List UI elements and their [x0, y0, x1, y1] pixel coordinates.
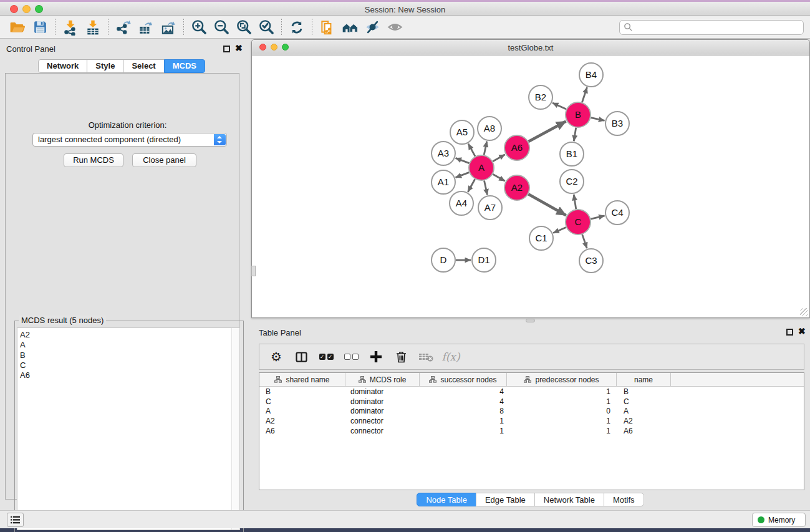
table-cell[interactable]: 0 — [507, 407, 617, 415]
float-panel-icon[interactable] — [223, 46, 230, 52]
graph-node-B[interactable]: B — [566, 102, 591, 127]
table-row[interactable]: A2connector11A2 — [259, 416, 804, 426]
settings-gear-icon[interactable]: ⚙ — [268, 349, 284, 365]
zoom-out-icon[interactable] — [210, 18, 233, 37]
mcds-result-item[interactable]: C — [20, 360, 239, 370]
table-cell[interactable]: A2 — [259, 417, 345, 425]
graph-node-B1[interactable]: B1 — [560, 142, 584, 166]
table-cell[interactable]: 4 — [420, 387, 507, 396]
table-cell[interactable]: B — [259, 387, 345, 396]
tab-node-table[interactable]: Node Table — [417, 493, 476, 506]
mcds-result-item[interactable]: A — [20, 340, 239, 350]
graph-node-A[interactable]: A — [469, 155, 494, 180]
tab-network-table[interactable]: Network Table — [534, 493, 604, 506]
graph-edge-C-C1[interactable] — [553, 228, 566, 233]
export-network-icon[interactable] — [112, 18, 135, 37]
graph-edge-C-C3[interactable] — [582, 235, 587, 248]
graph-edge-C-C4[interactable] — [591, 216, 604, 219]
graph-edge-B-B3[interactable] — [591, 118, 605, 121]
tab-mcds[interactable]: MCDS — [164, 59, 205, 73]
column-header-name[interactable]: name — [617, 373, 671, 386]
graph-node-C2[interactable]: C2 — [560, 170, 584, 193]
table-cell[interactable]: 1 — [507, 387, 617, 396]
search-input[interactable] — [619, 20, 804, 35]
column-header-successor-nodes[interactable]: successor nodes — [420, 373, 507, 386]
graph-edge-B-B2[interactable] — [552, 103, 566, 109]
graph-edge-A-A3[interactable] — [456, 158, 470, 163]
horizontal-splitter-handle[interactable] — [526, 319, 535, 322]
table-cell[interactable]: A6 — [259, 427, 345, 435]
run-mcds-button[interactable]: Run MCDS — [64, 153, 123, 167]
graph-node-D1[interactable]: D1 — [472, 248, 496, 272]
graph-node-A7[interactable]: A7 — [478, 196, 502, 220]
table-cell[interactable]: 1 — [420, 417, 507, 425]
mcds-result-item[interactable]: A2 — [20, 330, 239, 340]
graph-edge-A-A6[interactable] — [493, 155, 505, 162]
mcds-result-list[interactable]: A2ABCA6 — [17, 327, 240, 530]
save-session-icon[interactable] — [29, 18, 51, 37]
column-header-MCDS-role[interactable]: MCDS role — [345, 373, 420, 386]
graph-node-B4[interactable]: B4 — [579, 63, 603, 87]
export-image-icon[interactable] — [157, 18, 180, 37]
graph-edge-C-C2[interactable] — [574, 195, 576, 209]
memory-button[interactable]: Memory — [752, 513, 806, 527]
network-graph[interactable]: B4B2BB3A8A5A6A3B1AC2A1A2A4A7C4CC1C3DD1 — [252, 56, 809, 317]
graph-edge-A6-B[interactable] — [529, 122, 566, 142]
table-cell[interactable]: A2 — [617, 417, 671, 425]
tab-select[interactable]: Select — [123, 59, 164, 73]
table-cell[interactable]: 1 — [507, 397, 617, 406]
table-row[interactable]: Adominator80A — [259, 407, 804, 417]
add-row-icon[interactable] — [368, 349, 384, 365]
table-cell[interactable]: C — [617, 397, 671, 406]
table-row[interactable]: A6connector11A6 — [259, 426, 804, 436]
graph-node-A8[interactable]: A8 — [478, 117, 501, 140]
graph-node-A3[interactable]: A3 — [432, 142, 455, 165]
mcds-result-item[interactable]: A6 — [20, 370, 239, 380]
tab-edge-table[interactable]: Edge Table — [476, 493, 535, 506]
tab-motifs[interactable]: Motifs — [604, 493, 644, 506]
delete-table-icon[interactable] — [418, 349, 434, 365]
table-cell[interactable]: 1 — [507, 417, 617, 425]
close-panel-icon[interactable]: ✖ — [235, 45, 243, 52]
graph-node-A2[interactable]: A2 — [504, 175, 529, 200]
table-cell[interactable]: dominator — [345, 397, 420, 406]
new-network-from-selection-icon[interactable] — [316, 18, 339, 37]
graph-edge-A-A8[interactable] — [484, 142, 487, 155]
open-file-icon[interactable] — [6, 18, 29, 37]
table-cell[interactable]: A6 — [617, 427, 671, 435]
resize-grip-icon[interactable] — [800, 308, 808, 316]
graph-node-C4[interactable]: C4 — [605, 201, 629, 225]
graph-edge-A-A7[interactable] — [485, 181, 488, 195]
deselect-all-rows-icon[interactable] — [343, 349, 359, 365]
table-row[interactable]: Bdominator41B — [259, 387, 804, 397]
float-panel-icon[interactable] — [786, 329, 793, 336]
graph-node-B3[interactable]: B3 — [605, 112, 629, 135]
table-cell[interactable]: 1 — [507, 427, 617, 435]
table-cell[interactable]: B — [617, 387, 671, 396]
graph-node-C3[interactable]: C3 — [579, 249, 603, 273]
network-canvas[interactable]: B4B2BB3A8A5A6A3B1AC2A1A2A4A7C4CC1C3DD1 — [252, 56, 809, 317]
graph-node-A4[interactable]: A4 — [450, 191, 473, 215]
column-header-predecessor-nodes[interactable]: predecessor nodes — [507, 373, 617, 386]
tab-style[interactable]: Style — [87, 59, 123, 73]
export-table-icon[interactable] — [135, 18, 157, 37]
table-cell[interactable]: connector — [345, 417, 420, 425]
scrollbar-track[interactable] — [231, 328, 239, 530]
delete-rows-trash-icon[interactable] — [393, 349, 409, 365]
close-panel-icon[interactable]: ✖ — [798, 328, 806, 335]
graph-edge-A-A4[interactable] — [468, 179, 475, 191]
graph-node-C[interactable]: C — [566, 210, 591, 235]
mcds-result-item[interactable]: B — [20, 351, 239, 360]
table-cell[interactable]: 4 — [420, 397, 507, 406]
criterion-dropdown[interactable]: largest connected component (directed) — [32, 133, 227, 147]
graph-node-C1[interactable]: C1 — [529, 226, 553, 250]
table-cell[interactable]: dominator — [345, 407, 420, 415]
column-header-shared-name[interactable]: shared name — [259, 373, 345, 386]
apply-layout-icon[interactable] — [286, 18, 308, 37]
graph-node-A5[interactable]: A5 — [450, 120, 474, 144]
table-cell[interactable]: A — [617, 407, 671, 415]
log-console-button[interactable] — [7, 513, 24, 527]
graph-edge-A-A5[interactable] — [468, 143, 475, 156]
table-cell[interactable]: 1 — [420, 427, 507, 435]
graph-node-B2[interactable]: B2 — [529, 85, 552, 109]
